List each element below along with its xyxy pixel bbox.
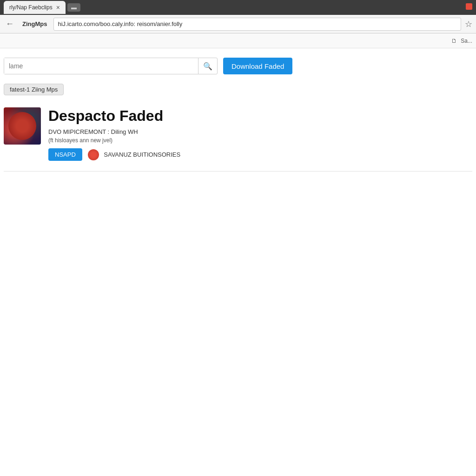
tab-bar: rly/Nap Faebclips × ▬ bbox=[0, 0, 476, 15]
new-tab-button[interactable]: ▬ bbox=[67, 3, 80, 12]
song-sub: (ft hisloayes ann new jvel) bbox=[48, 137, 472, 144]
album-art bbox=[4, 107, 41, 145]
toolbar-label: Sa... bbox=[461, 38, 472, 44]
toolbar-bar: 🗋 Sa... bbox=[0, 33, 476, 48]
publisher-name: SAVANUZ BUITIONSORIES bbox=[104, 151, 180, 158]
search-input[interactable] bbox=[4, 58, 198, 74]
browser-chrome: rly/Nap Faebclips × ▬ ← ZingMps ☆ 🗋 Sa..… bbox=[0, 0, 476, 48]
search-row: 🔍 Download Faded bbox=[4, 58, 472, 84]
tabs-row: fatest-1 Ziing Mps bbox=[4, 84, 472, 103]
active-tab[interactable]: rly/Nap Faebclips × bbox=[4, 1, 66, 14]
page-content: 🔍 Download Faded fatest-1 Ziing Mps Desp… bbox=[0, 48, 476, 172]
nav-bar: ← ZingMps ☆ bbox=[0, 15, 476, 33]
window-close-button[interactable] bbox=[466, 3, 472, 10]
album-face-shape bbox=[8, 112, 36, 140]
url-bar[interactable] bbox=[53, 18, 461, 31]
bookmark-icon[interactable]: ☆ bbox=[465, 19, 472, 29]
tab-close-icon[interactable]: × bbox=[56, 4, 60, 11]
search-button[interactable]: 🔍 bbox=[198, 58, 217, 74]
latest-tab[interactable]: fatest-1 Ziing Mps bbox=[4, 84, 64, 95]
song-card: Despacto Faded DVO MIPICREMONT : Diling … bbox=[4, 103, 472, 165]
download-faded-button[interactable]: Download Faded bbox=[223, 58, 292, 74]
song-meta: DVO MIPICREMONT : Diling WH bbox=[48, 128, 472, 135]
search-icon: 🔍 bbox=[203, 62, 212, 70]
action-button[interactable]: NSAPD bbox=[48, 148, 82, 161]
song-title: Despacto Faded bbox=[48, 107, 472, 125]
search-box: 🔍 bbox=[4, 58, 218, 74]
section-divider bbox=[4, 171, 472, 172]
song-actions: NSAPD SAVANUZ BUITIONSORIES bbox=[48, 148, 472, 161]
publisher-logo bbox=[88, 149, 99, 160]
song-info: Despacto Faded DVO MIPICREMONT : Diling … bbox=[48, 107, 472, 161]
back-button[interactable]: ← bbox=[4, 19, 16, 29]
tab-label: rly/Nap Faebclips bbox=[9, 4, 53, 11]
site-name: ZingMps bbox=[20, 20, 50, 27]
toolbar-save-icon: 🗋 bbox=[451, 38, 457, 44]
album-art-inner bbox=[4, 107, 41, 145]
